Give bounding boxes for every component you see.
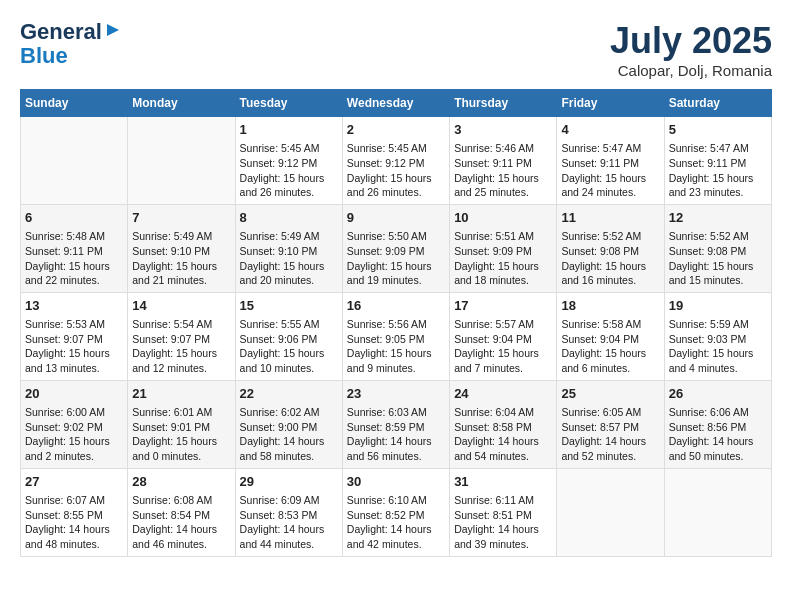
day-number: 21 xyxy=(132,385,230,403)
day-info: Sunrise: 5:52 AM Sunset: 9:08 PM Dayligh… xyxy=(669,229,767,288)
calendar-table: SundayMondayTuesdayWednesdayThursdayFrid… xyxy=(20,89,772,557)
day-info: Sunrise: 5:49 AM Sunset: 9:10 PM Dayligh… xyxy=(240,229,338,288)
logo-line1: General xyxy=(20,20,102,44)
header-saturday: Saturday xyxy=(664,90,771,117)
calendar-cell: 27Sunrise: 6:07 AM Sunset: 8:55 PM Dayli… xyxy=(21,468,128,556)
day-info: Sunrise: 5:49 AM Sunset: 9:10 PM Dayligh… xyxy=(132,229,230,288)
day-info: Sunrise: 5:46 AM Sunset: 9:11 PM Dayligh… xyxy=(454,141,552,200)
day-info: Sunrise: 6:00 AM Sunset: 9:02 PM Dayligh… xyxy=(25,405,123,464)
day-number: 23 xyxy=(347,385,445,403)
day-info: Sunrise: 5:55 AM Sunset: 9:06 PM Dayligh… xyxy=(240,317,338,376)
calendar-cell: 10Sunrise: 5:51 AM Sunset: 9:09 PM Dayli… xyxy=(450,204,557,292)
day-number: 3 xyxy=(454,121,552,139)
day-number: 22 xyxy=(240,385,338,403)
calendar-cell: 17Sunrise: 5:57 AM Sunset: 9:04 PM Dayli… xyxy=(450,292,557,380)
day-number: 19 xyxy=(669,297,767,315)
day-info: Sunrise: 5:56 AM Sunset: 9:05 PM Dayligh… xyxy=(347,317,445,376)
day-number: 12 xyxy=(669,209,767,227)
calendar-cell: 12Sunrise: 5:52 AM Sunset: 9:08 PM Dayli… xyxy=(664,204,771,292)
day-info: Sunrise: 6:04 AM Sunset: 8:58 PM Dayligh… xyxy=(454,405,552,464)
calendar-cell xyxy=(664,468,771,556)
logo: General Blue xyxy=(20,20,121,68)
day-info: Sunrise: 5:47 AM Sunset: 9:11 PM Dayligh… xyxy=(561,141,659,200)
day-number: 6 xyxy=(25,209,123,227)
day-info: Sunrise: 5:53 AM Sunset: 9:07 PM Dayligh… xyxy=(25,317,123,376)
day-info: Sunrise: 6:11 AM Sunset: 8:51 PM Dayligh… xyxy=(454,493,552,552)
day-info: Sunrise: 6:09 AM Sunset: 8:53 PM Dayligh… xyxy=(240,493,338,552)
day-number: 17 xyxy=(454,297,552,315)
day-info: Sunrise: 6:01 AM Sunset: 9:01 PM Dayligh… xyxy=(132,405,230,464)
calendar-cell: 31Sunrise: 6:11 AM Sunset: 8:51 PM Dayli… xyxy=(450,468,557,556)
week-row-3: 13Sunrise: 5:53 AM Sunset: 9:07 PM Dayli… xyxy=(21,292,772,380)
calendar-cell: 11Sunrise: 5:52 AM Sunset: 9:08 PM Dayli… xyxy=(557,204,664,292)
calendar-cell: 19Sunrise: 5:59 AM Sunset: 9:03 PM Dayli… xyxy=(664,292,771,380)
day-number: 5 xyxy=(669,121,767,139)
day-info: Sunrise: 5:48 AM Sunset: 9:11 PM Dayligh… xyxy=(25,229,123,288)
day-info: Sunrise: 6:05 AM Sunset: 8:57 PM Dayligh… xyxy=(561,405,659,464)
calendar-cell: 16Sunrise: 5:56 AM Sunset: 9:05 PM Dayli… xyxy=(342,292,449,380)
day-number: 14 xyxy=(132,297,230,315)
calendar-cell: 30Sunrise: 6:10 AM Sunset: 8:52 PM Dayli… xyxy=(342,468,449,556)
calendar-cell: 13Sunrise: 5:53 AM Sunset: 9:07 PM Dayli… xyxy=(21,292,128,380)
day-number: 28 xyxy=(132,473,230,491)
day-info: Sunrise: 6:02 AM Sunset: 9:00 PM Dayligh… xyxy=(240,405,338,464)
day-number: 31 xyxy=(454,473,552,491)
day-number: 18 xyxy=(561,297,659,315)
week-row-2: 6Sunrise: 5:48 AM Sunset: 9:11 PM Daylig… xyxy=(21,204,772,292)
day-number: 27 xyxy=(25,473,123,491)
calendar-cell xyxy=(128,117,235,205)
day-info: Sunrise: 5:58 AM Sunset: 9:04 PM Dayligh… xyxy=(561,317,659,376)
calendar-cell: 7Sunrise: 5:49 AM Sunset: 9:10 PM Daylig… xyxy=(128,204,235,292)
day-number: 20 xyxy=(25,385,123,403)
day-info: Sunrise: 6:03 AM Sunset: 8:59 PM Dayligh… xyxy=(347,405,445,464)
day-info: Sunrise: 5:54 AM Sunset: 9:07 PM Dayligh… xyxy=(132,317,230,376)
svg-marker-0 xyxy=(107,24,119,36)
calendar-cell: 1Sunrise: 5:45 AM Sunset: 9:12 PM Daylig… xyxy=(235,117,342,205)
day-number: 9 xyxy=(347,209,445,227)
day-number: 10 xyxy=(454,209,552,227)
calendar-cell: 26Sunrise: 6:06 AM Sunset: 8:56 PM Dayli… xyxy=(664,380,771,468)
day-info: Sunrise: 5:45 AM Sunset: 9:12 PM Dayligh… xyxy=(347,141,445,200)
day-info: Sunrise: 5:47 AM Sunset: 9:11 PM Dayligh… xyxy=(669,141,767,200)
day-info: Sunrise: 5:50 AM Sunset: 9:09 PM Dayligh… xyxy=(347,229,445,288)
day-number: 16 xyxy=(347,297,445,315)
calendar-cell: 23Sunrise: 6:03 AM Sunset: 8:59 PM Dayli… xyxy=(342,380,449,468)
day-info: Sunrise: 6:07 AM Sunset: 8:55 PM Dayligh… xyxy=(25,493,123,552)
month-year: July 2025 xyxy=(610,20,772,62)
logo-line2: Blue xyxy=(20,44,68,68)
calendar-cell: 14Sunrise: 5:54 AM Sunset: 9:07 PM Dayli… xyxy=(128,292,235,380)
header-sunday: Sunday xyxy=(21,90,128,117)
header-row: SundayMondayTuesdayWednesdayThursdayFrid… xyxy=(21,90,772,117)
day-number: 2 xyxy=(347,121,445,139)
day-number: 13 xyxy=(25,297,123,315)
day-info: Sunrise: 5:51 AM Sunset: 9:09 PM Dayligh… xyxy=(454,229,552,288)
calendar-cell xyxy=(557,468,664,556)
day-number: 11 xyxy=(561,209,659,227)
header-wednesday: Wednesday xyxy=(342,90,449,117)
day-number: 15 xyxy=(240,297,338,315)
header-friday: Friday xyxy=(557,90,664,117)
location: Calopar, Dolj, Romania xyxy=(610,62,772,79)
calendar-cell: 5Sunrise: 5:47 AM Sunset: 9:11 PM Daylig… xyxy=(664,117,771,205)
calendar-cell xyxy=(21,117,128,205)
header-monday: Monday xyxy=(128,90,235,117)
day-number: 1 xyxy=(240,121,338,139)
calendar-cell: 4Sunrise: 5:47 AM Sunset: 9:11 PM Daylig… xyxy=(557,117,664,205)
calendar-cell: 15Sunrise: 5:55 AM Sunset: 9:06 PM Dayli… xyxy=(235,292,342,380)
day-number: 26 xyxy=(669,385,767,403)
day-number: 24 xyxy=(454,385,552,403)
day-number: 8 xyxy=(240,209,338,227)
calendar-cell: 6Sunrise: 5:48 AM Sunset: 9:11 PM Daylig… xyxy=(21,204,128,292)
header-tuesday: Tuesday xyxy=(235,90,342,117)
day-info: Sunrise: 6:06 AM Sunset: 8:56 PM Dayligh… xyxy=(669,405,767,464)
day-info: Sunrise: 5:59 AM Sunset: 9:03 PM Dayligh… xyxy=(669,317,767,376)
calendar-cell: 25Sunrise: 6:05 AM Sunset: 8:57 PM Dayli… xyxy=(557,380,664,468)
week-row-5: 27Sunrise: 6:07 AM Sunset: 8:55 PM Dayli… xyxy=(21,468,772,556)
day-number: 30 xyxy=(347,473,445,491)
calendar-cell: 29Sunrise: 6:09 AM Sunset: 8:53 PM Dayli… xyxy=(235,468,342,556)
day-info: Sunrise: 6:08 AM Sunset: 8:54 PM Dayligh… xyxy=(132,493,230,552)
calendar-cell: 2Sunrise: 5:45 AM Sunset: 9:12 PM Daylig… xyxy=(342,117,449,205)
header-thursday: Thursday xyxy=(450,90,557,117)
day-number: 7 xyxy=(132,209,230,227)
week-row-4: 20Sunrise: 6:00 AM Sunset: 9:02 PM Dayli… xyxy=(21,380,772,468)
